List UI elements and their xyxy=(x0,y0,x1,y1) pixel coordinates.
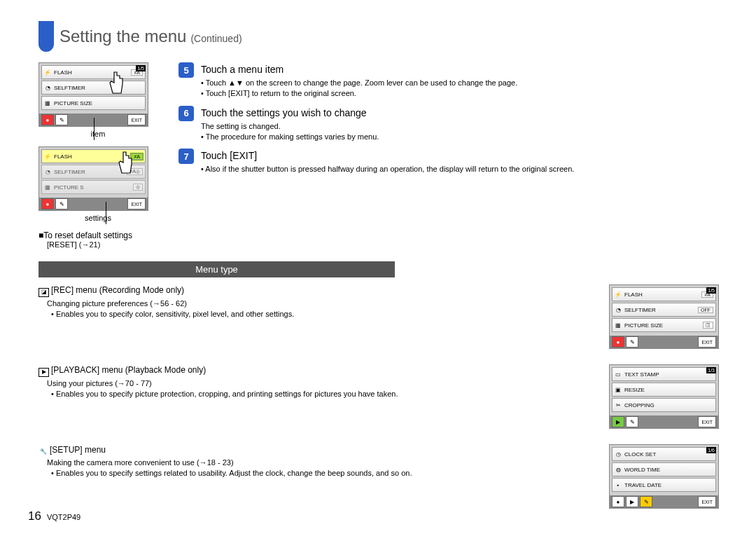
step-title: Touch a menu item xyxy=(201,64,718,75)
doc-code: VQT2P49 xyxy=(47,513,80,521)
travel-icon: ▪ xyxy=(615,481,622,488)
row-value: OFF xyxy=(698,307,713,313)
rec-tab-icon: ● xyxy=(41,198,54,209)
setup-tab-icon: ✎ xyxy=(55,198,68,209)
clock-icon: ◷ xyxy=(615,451,622,458)
step-bullet: • Also if the shutter button is pressed … xyxy=(201,164,718,174)
playback-menu-entry: ▶[PLAYBACK] menu (Playback Mode only) Us… xyxy=(38,364,718,432)
rec-tab-icon: ● xyxy=(612,336,624,348)
screen-caption-settings: settings xyxy=(38,214,158,222)
page-footer: 16 VQT2P49 xyxy=(28,509,80,523)
step-bullet: • Touch [EXIT] to return to the original… xyxy=(201,88,718,99)
exit-button: EXIT xyxy=(698,336,716,348)
timer-icon: ◔ xyxy=(44,168,51,175)
header-bar: Setting the menu (Continued) xyxy=(38,21,718,52)
row-label: FLASH xyxy=(54,69,72,76)
rec-tab-icon: ● xyxy=(612,496,624,507)
setup-line: Making the camera more convenient to use… xyxy=(47,458,595,468)
row-label: SELFTIMER xyxy=(54,169,85,175)
reset-block: ■To reset default settings [RESET] (→21) xyxy=(38,231,158,249)
rec-title: ◪[REC] menu (Recording Mode only) xyxy=(38,284,595,297)
screen-caption-item: item xyxy=(38,130,158,138)
setup-title: 🔧[SETUP] menu xyxy=(38,444,595,456)
flash-icon: ⚡ xyxy=(615,291,622,298)
row-label: TEXT STAMP xyxy=(624,371,659,378)
row-label: PICTURE SIZE xyxy=(54,100,92,106)
step-note: The setting is changed. xyxy=(201,121,718,132)
exit-button: EXIT xyxy=(127,114,146,125)
wrench-icon: 🔧 xyxy=(38,448,48,456)
step-6: 6 Touch the settings you wish to change … xyxy=(178,106,718,142)
step-number: 5 xyxy=(178,62,194,78)
exit-button: EXIT xyxy=(698,496,716,507)
rec-menu-entry: ◪[REC] menu (Recording Mode only) Changi… xyxy=(38,284,718,352)
row-label: SELFTIMER xyxy=(54,85,85,91)
step-bullet: • The procedure for making settings vari… xyxy=(201,132,718,142)
rec-bullet: • Enables you to specify color, sensitiv… xyxy=(57,309,595,319)
setup-menu-entry: 🔧[SETUP] menu Making the camera more con… xyxy=(38,444,718,511)
option-value: ◎ xyxy=(133,184,143,191)
menu-row-flash: ⚡ FLASH ≠A xyxy=(41,65,146,79)
row-label: FLASH xyxy=(624,291,643,298)
setup-tab-icon: ✎ xyxy=(640,496,652,507)
flash-icon: ⚡ xyxy=(44,153,51,160)
step-number: 6 xyxy=(178,106,194,121)
setup-title-text: [SETUP] menu xyxy=(50,445,106,455)
page-indicator: 1/5 xyxy=(136,65,146,71)
play-line: Using your pictures (→70 - 77) xyxy=(47,378,595,389)
rec-title-text: [REC] menu (Recording Mode only) xyxy=(51,285,184,295)
picture-icon: ▦ xyxy=(615,322,622,329)
step-7: 7 Touch [EXIT] • Also if the shutter but… xyxy=(178,149,718,174)
picture-icon: ▦ xyxy=(44,184,51,191)
timer-icon: ◔ xyxy=(44,84,51,91)
setup-bullet: • Enables you to specify settings relate… xyxy=(57,468,595,479)
exit-button: EXIT xyxy=(698,416,716,427)
hand-pointer-icon xyxy=(106,69,127,97)
step-bullet: • Touch ▲▼ on the screen to change the p… xyxy=(201,78,718,88)
setup-tab-icon: ✎ xyxy=(626,336,638,348)
row-label: FLASH xyxy=(54,153,72,160)
step-title: Touch the settings you wish to change xyxy=(201,107,718,118)
reset-title: ■To reset default settings xyxy=(38,231,158,240)
callout-line xyxy=(106,202,106,224)
page-indicator: 1/3 xyxy=(706,367,716,373)
picture-icon: ▦ xyxy=(44,99,51,106)
row-label: CROPPING xyxy=(624,402,654,408)
setup-tab-icon: ✎ xyxy=(55,114,68,125)
row-label: WORLD TIME xyxy=(624,467,660,473)
page-number: 16 xyxy=(28,509,41,523)
hand-pointer-icon xyxy=(115,149,136,177)
page-title: Setting the menu (Continued) xyxy=(59,27,242,46)
page-indicator: 1/6 xyxy=(706,447,716,453)
title-main: Setting the menu xyxy=(59,27,186,46)
flash-icon: ⚡ xyxy=(44,69,51,76)
screen-footer: ● ✎ EXIT xyxy=(39,198,148,210)
demo-screen-item: 1/5 ⚡ FLASH ≠A ◔ SELFTIMER ▦ PICTURE SIZ… xyxy=(38,62,148,127)
row-label: SELFTIMER xyxy=(624,307,656,313)
page-indicator: 1/5 xyxy=(706,287,716,294)
demo-screen-settings: ⚡ FLASH ≠A ◔ SELFTIMER ≠A◎ ▦ PICTURE S ◎ xyxy=(38,146,148,211)
header-ornament xyxy=(38,21,54,52)
rec-demo-screen: 1/5 ⚡FLASH≠A ◔SELFTIMEROFF ▦PICTURE SIZE… xyxy=(609,284,719,349)
play-tab-icon: ▶ xyxy=(626,496,638,507)
play-title-text: [PLAYBACK] menu (Playback Mode only) xyxy=(51,365,206,375)
menu-row-picturesize: ▦ PICTURE SIZE xyxy=(41,96,146,110)
resize-icon: ▣ xyxy=(615,386,622,393)
row-label: RESIZE xyxy=(624,387,645,393)
step-5: 5 Touch a menu item • Touch ▲▼ on the sc… xyxy=(178,62,718,99)
camera-icon: ◪ xyxy=(38,288,49,297)
play-bullet: • Enables you to specify picture protect… xyxy=(57,389,595,399)
row-label: CLOCK SET xyxy=(624,451,656,458)
exit-button: EXIT xyxy=(127,198,146,209)
callout-line xyxy=(94,118,94,140)
row-value: ◫ xyxy=(703,322,713,329)
menu-type-header: Menu type xyxy=(38,261,395,277)
step-number: 7 xyxy=(178,149,194,164)
world-icon: ◍ xyxy=(615,466,622,473)
play-title: ▶[PLAYBACK] menu (Playback Mode only) xyxy=(38,364,595,377)
play-tab-icon: ▶ xyxy=(612,416,624,427)
row-label: TRAVEL DATE xyxy=(624,482,662,488)
menu-row-selftimer: ◔ SELFTIMER xyxy=(41,81,146,95)
stamp-icon: ▭ xyxy=(615,371,622,378)
row-label: PICTURE S xyxy=(54,184,84,191)
